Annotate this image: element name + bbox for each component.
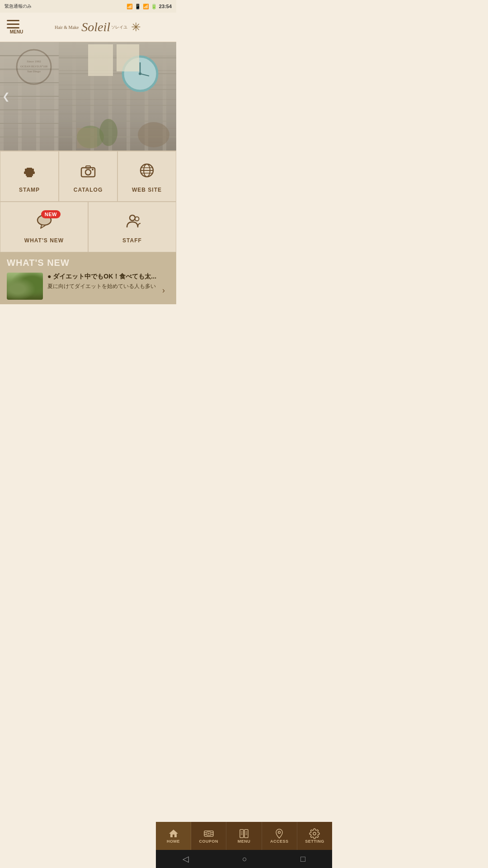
globe-icon <box>138 161 156 182</box>
new-badge: NEW <box>41 210 61 218</box>
website-label: WEB SITE <box>132 187 162 193</box>
svg-rect-19 <box>88 44 113 76</box>
svg-rect-31 <box>27 176 32 177</box>
status-icons: 📶 📱 📶 🔋 23:54 <box>127 4 172 9</box>
svg-rect-29 <box>24 171 35 174</box>
bluetooth-icon: 📶 <box>127 4 133 9</box>
svg-rect-20 <box>117 44 139 71</box>
svg-point-35 <box>85 170 91 175</box>
staff-button[interactable]: STAFF <box>88 202 176 252</box>
people-icon <box>123 212 141 233</box>
status-carrier: 緊急通報のみ <box>5 3 32 9</box>
svg-rect-33 <box>27 168 32 169</box>
status-bar: 緊急通報のみ 📶 📱 📶 🔋 23:54 <box>0 0 176 13</box>
main-grid-row2: NEW WHAT'S NEW STAFF <box>0 202 176 252</box>
whats-new-section: WHAT'S NEW ● ダイエット中でもOK！食べても太... 夏に向けてダイ… <box>0 252 176 304</box>
svg-rect-30 <box>26 174 33 176</box>
hero-banner: Since 1992 OCEAN BLVD.N°108 San Diego ❮ <box>0 42 176 151</box>
menu-button[interactable]: MENU <box>7 20 26 34</box>
battery-icon: 🔋 <box>151 4 157 9</box>
svg-text:San Diego: San Diego <box>27 70 41 73</box>
catalog-button[interactable]: CATALOG <box>59 151 117 202</box>
stamp-button[interactable]: STAMP <box>0 151 59 202</box>
website-button[interactable]: WEB SITE <box>117 151 176 202</box>
stamp-label: STAMP <box>19 187 40 193</box>
news-thumbnail <box>7 273 43 300</box>
svg-point-37 <box>92 169 94 170</box>
hero-prev-arrow[interactable]: ❮ <box>2 91 10 102</box>
svg-point-26 <box>99 119 117 146</box>
news-content: ● ダイエット中でもOK！食べても太... 夏に向けてダイエットを始めている人も… <box>47 273 169 300</box>
wifi-icon: 📶 <box>143 4 149 9</box>
news-item[interactable]: ● ダイエット中でもOK！食べても太... 夏に向けてダイエットを始めている人も… <box>7 273 169 300</box>
hero-background: Since 1992 OCEAN BLVD.N°108 San Diego ❮ <box>0 42 176 151</box>
whatsnew-button[interactable]: NEW WHAT'S NEW <box>0 202 88 252</box>
hero-decoration: Since 1992 OCEAN BLVD.N°108 San Diego <box>0 42 176 151</box>
logo-area: Hair & Make Soleil ソレイユ ✳ <box>26 20 169 34</box>
svg-text:Since 1992: Since 1992 <box>27 60 41 63</box>
svg-point-28 <box>138 122 169 147</box>
staff-label: STAFF <box>122 237 142 244</box>
signal-icon: 📱 <box>135 4 141 9</box>
svg-point-44 <box>130 215 135 221</box>
whatsnew-label: WHAT'S NEW <box>24 237 64 244</box>
news-sub: 夏に向けてダイエットを始めている人も多い <box>47 283 169 290</box>
whats-new-title: WHAT'S NEW <box>7 258 169 268</box>
logo-ja: ソレイユ <box>111 24 127 30</box>
stamp-icon <box>20 161 38 182</box>
svg-rect-36 <box>86 166 90 168</box>
sun-icon: ✳ <box>131 20 141 34</box>
news-headline: ● ダイエット中でもOK！食べても太... <box>47 273 169 281</box>
camera-icon <box>79 161 97 182</box>
svg-rect-27 <box>77 128 97 148</box>
time-display: 23:54 <box>159 4 172 9</box>
app-header: MENU Hair & Make Soleil ソレイユ ✳ <box>0 13 176 42</box>
news-arrow-icon: › <box>162 286 165 295</box>
svg-text:OCEAN BLVD.N°108: OCEAN BLVD.N°108 <box>20 65 47 68</box>
catalog-label: CATALOG <box>74 187 103 193</box>
main-grid-menu: STAMP CATALOG WEB SITE <box>0 151 176 202</box>
